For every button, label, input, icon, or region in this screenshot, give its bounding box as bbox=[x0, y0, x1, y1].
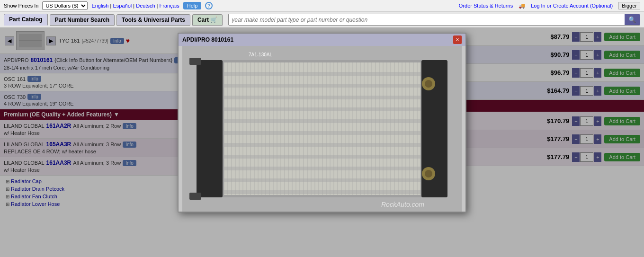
search-input[interactable] bbox=[229, 15, 625, 25]
svg-rect-66 bbox=[224, 143, 420, 147]
tab-part-number-search[interactable]: Part Number Search bbox=[50, 14, 115, 26]
svg-rect-63 bbox=[224, 107, 420, 111]
tab-tools-universal[interactable]: Tools & Universal Parts bbox=[116, 14, 190, 26]
lang-english[interactable]: English bbox=[91, 3, 108, 9]
svg-rect-5 bbox=[197, 60, 223, 197]
svg-rect-67 bbox=[224, 155, 420, 159]
nav-bar: Part Catalog Part Number Search Tools & … bbox=[0, 12, 644, 28]
help-button[interactable]: Help bbox=[183, 2, 202, 9]
login-link[interactable]: Log In or Create Account (Optional) bbox=[531, 3, 613, 9]
top-right-actions: Order Status & Returns 🚚 Log In or Creat… bbox=[459, 2, 640, 9]
bigger-button[interactable]: Bigger bbox=[618, 2, 640, 9]
modal-header: APDI/PRO 8010161 × bbox=[179, 34, 465, 46]
tab-part-catalog[interactable]: Part Catalog bbox=[4, 14, 48, 26]
tab-cart[interactable]: Cart 🛒 bbox=[192, 14, 223, 26]
help-icon: ? bbox=[205, 2, 213, 9]
modal-overlay[interactable]: APDI/PRO 8010161 × bbox=[0, 28, 644, 257]
main-content: ◀ ▶ TYC 161 {#52477739} Info ♥ APDI/PRO … bbox=[0, 28, 644, 257]
search-box: 🔍 bbox=[228, 14, 640, 26]
svg-rect-69 bbox=[224, 178, 420, 182]
currency-select[interactable]: US Dollars ($) bbox=[42, 1, 88, 10]
svg-text:RockAuto.com: RockAuto.com bbox=[381, 201, 424, 208]
svg-point-72 bbox=[425, 80, 432, 88]
svg-rect-61 bbox=[224, 84, 420, 88]
svg-point-74 bbox=[425, 170, 432, 177]
svg-rect-62 bbox=[224, 96, 420, 99]
svg-rect-70 bbox=[224, 190, 420, 194]
search-button[interactable]: 🔍 bbox=[625, 14, 640, 25]
svg-rect-64 bbox=[224, 119, 420, 123]
svg-text:7A1-130AL: 7A1-130AL bbox=[249, 52, 272, 57]
svg-rect-7 bbox=[224, 62, 420, 195]
lang-espanol[interactable]: Español bbox=[113, 3, 132, 9]
lang-deutsch[interactable]: Deutsch bbox=[136, 3, 155, 9]
lang-francais[interactable]: Français bbox=[160, 3, 179, 9]
modal-title: APDI/PRO 8010161 bbox=[182, 36, 233, 43]
order-status-link[interactable]: Order Status & Returns bbox=[459, 3, 513, 9]
truck-icon: 🚚 bbox=[519, 3, 525, 9]
modal-body: 7A1-130AL RockAuto.com bbox=[179, 46, 465, 212]
part-image-modal: APDI/PRO 8010161 × bbox=[178, 33, 466, 213]
svg-rect-60 bbox=[224, 72, 420, 76]
top-bar: Show Prices In US Dollars ($) English | … bbox=[0, 0, 644, 12]
modal-close-button[interactable]: × bbox=[453, 35, 462, 44]
svg-rect-76 bbox=[189, 193, 201, 200]
svg-rect-65 bbox=[224, 131, 420, 135]
svg-rect-68 bbox=[224, 167, 420, 170]
language-links: English | Español | Deutsch | Français bbox=[91, 3, 179, 9]
radiator-image: 7A1-130AL RockAuto.com bbox=[179, 46, 465, 212]
show-prices-label: Show Prices In bbox=[4, 3, 38, 9]
svg-rect-75 bbox=[189, 58, 201, 65]
cart-icon: 🛒 bbox=[210, 17, 217, 23]
